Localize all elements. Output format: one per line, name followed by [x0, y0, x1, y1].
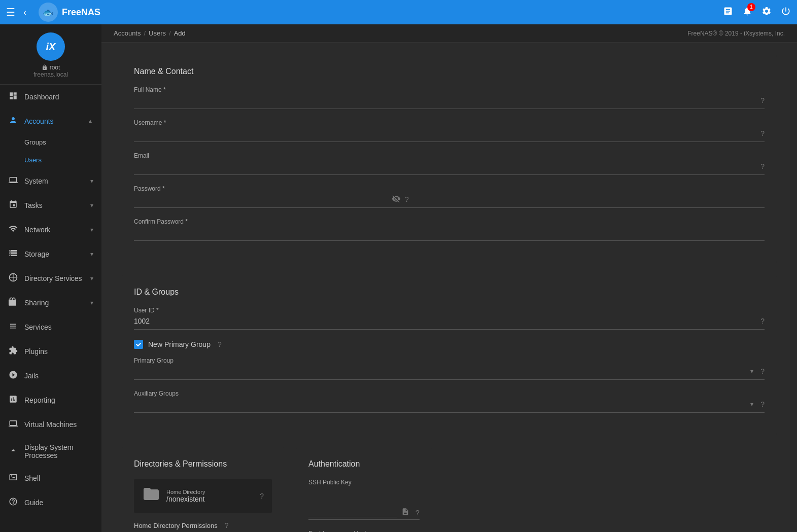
sidebar-item-reporting[interactable]: Reporting [0, 388, 101, 412]
home-directory-box: Home Directory /nonexistent ? [134, 479, 272, 513]
topbar: ☰ ‹ 🐟 FreeNAS 1 [0, 0, 797, 24]
sidebar-item-reporting-label: Reporting [24, 396, 93, 404]
password-help-icon[interactable]: ? [405, 195, 409, 203]
password-input[interactable] [134, 193, 388, 205]
notes-button[interactable] [723, 6, 733, 19]
primary-group-input[interactable] [134, 365, 750, 377]
auxiliary-groups-input[interactable] [134, 398, 750, 410]
confirm-password-field: Confirm Password * [134, 218, 765, 241]
breadcrumb-add: Add [174, 29, 186, 37]
sidebar-item-virtual-machines[interactable]: Virtual Machines [0, 412, 101, 437]
primary-group-help-icon[interactable]: ? [760, 367, 765, 375]
topbar-logo: ☰ ‹ 🐟 FreeNAS [6, 3, 100, 22]
sidebar-item-sharing-label: Sharing [24, 299, 84, 307]
id-groups-title: ID & Groups [134, 288, 765, 297]
sidebar-item-network[interactable]: Network ▾ [0, 218, 101, 242]
email-help-icon[interactable]: ? [760, 162, 765, 170]
primary-group-label: Primary Group [134, 357, 765, 364]
email-field: Email ? [134, 152, 765, 175]
sidebar-item-services-label: Services [24, 323, 93, 331]
sidebar-item-services[interactable]: Services [0, 315, 101, 339]
full-name-input[interactable] [134, 94, 756, 107]
username-input[interactable] [134, 127, 756, 139]
sidebar-item-dashboard-label: Dashboard [24, 93, 93, 101]
breadcrumb-bar: Accounts / Users / Add FreeNAS® © 2019 -… [101, 24, 797, 43]
ssh-public-key-field: SSH Public Key ? [308, 479, 420, 520]
copyright-text: FreeNAS® © 2019 - iXsystems, Inc. [687, 30, 785, 37]
home-directory-permissions-label: Home Directory Permissions [134, 522, 218, 529]
email-label: Email [134, 152, 765, 159]
id-groups-section: ID & Groups User ID * ? [122, 275, 777, 435]
power-button[interactable] [781, 6, 791, 19]
folder-icon [142, 485, 160, 507]
sidebar-item-accounts[interactable]: Accounts ▲ [0, 109, 101, 133]
primary-group-arrow-icon: ▾ [750, 368, 753, 375]
password-label: Password * [134, 185, 765, 192]
accounts-arrow-icon: ▲ [87, 118, 93, 125]
menu-icon[interactable]: ☰ [6, 6, 15, 18]
username-help-icon[interactable]: ? [760, 129, 765, 137]
sidebar-accounts-submenu: Groups Users [0, 133, 101, 169]
accounts-icon [8, 116, 18, 127]
ssh-public-key-input[interactable] [308, 487, 397, 517]
breadcrumb-users[interactable]: Users [149, 29, 166, 37]
full-name-help-icon[interactable]: ? [760, 96, 765, 104]
dashboard-icon [8, 91, 18, 102]
sidebar-item-jails[interactable]: Jails [0, 364, 101, 388]
notifications-button[interactable]: 1 [742, 6, 752, 19]
sidebar-item-directory-services-label: Directory Services [24, 274, 84, 282]
name-contact-title: Name & Contact [134, 67, 765, 76]
password-visibility-icon[interactable] [392, 194, 401, 205]
home-directory-help-icon[interactable]: ? [260, 492, 264, 500]
ssh-key-upload-icon[interactable] [401, 508, 409, 517]
lower-sections: Directories & Permissions Home Directory… [122, 447, 777, 532]
sidebar-item-accounts-label: Accounts [24, 117, 81, 125]
sidebar-item-groups[interactable]: Groups [24, 133, 101, 151]
auxiliary-groups-label: Auxiliary Groups [134, 390, 765, 397]
settings-button[interactable] [761, 6, 772, 19]
notification-badge: 1 [747, 3, 755, 11]
sidebar-item-plugins[interactable]: Plugins [0, 339, 101, 364]
email-input[interactable] [134, 160, 756, 172]
ssh-key-help-icon[interactable]: ? [415, 509, 420, 517]
authentication-section: Authentication SSH Public Key ? [296, 447, 432, 532]
sidebar-item-directory-services[interactable]: Directory Services ▾ [0, 266, 101, 291]
password-field: Password * ? [134, 185, 765, 208]
sidebar-item-system[interactable]: System ▾ [0, 169, 101, 193]
authentication-title: Authentication [308, 459, 420, 469]
sidebar-item-dashboard[interactable]: Dashboard [0, 85, 101, 109]
sidebar-item-tasks-label: Tasks [24, 201, 84, 209]
sidebar-item-shell[interactable]: Shell [0, 466, 101, 490]
enable-password-login-field: Enable password login ▾ ? [308, 530, 420, 532]
primary-group-field: Primary Group ▾ ? [134, 357, 765, 380]
network-icon [8, 224, 18, 235]
sidebar-item-sharing[interactable]: Sharing ▾ [0, 291, 101, 315]
sidebar-item-tasks[interactable]: Tasks ▾ [0, 193, 101, 218]
new-primary-group-help-icon[interactable]: ? [218, 340, 222, 348]
home-directory-label: Home Directory [166, 489, 205, 495]
back-icon[interactable]: ‹ [23, 7, 26, 18]
sidebar-item-guide[interactable]: Guide [0, 490, 101, 515]
user-id-input[interactable] [134, 315, 756, 327]
form-wrapper: Name & Contact Full Name * ? Username * [114, 55, 785, 532]
directory-services-icon [8, 273, 18, 284]
system-icon [8, 175, 18, 187]
username-label: Username * [134, 119, 765, 126]
breadcrumb-accounts[interactable]: Accounts [114, 29, 141, 37]
sidebar-item-system-label: System [24, 177, 84, 185]
confirm-password-input[interactable] [134, 226, 388, 238]
home-dir-permissions-help-icon[interactable]: ? [225, 521, 229, 529]
sidebar-item-storage[interactable]: Storage ▾ [0, 242, 101, 266]
full-name-label: Full Name * [134, 86, 765, 93]
system-arrow-icon: ▾ [90, 178, 93, 185]
new-primary-group-checkbox[interactable] [134, 340, 143, 349]
breadcrumb-sep-1: / [144, 29, 146, 37]
sidebar-item-users[interactable]: Users [24, 151, 101, 169]
breadcrumb-sep-2: / [169, 29, 171, 37]
name-contact-section: Name & Contact Full Name * ? Username * [122, 55, 777, 263]
auxiliary-groups-help-icon[interactable]: ? [760, 400, 765, 408]
user-id-help-icon[interactable]: ? [760, 317, 765, 325]
user-id-label: User ID * [134, 307, 765, 314]
sidebar-item-display-system-processes[interactable]: Display System Processes [0, 437, 101, 466]
sidebar-profile: iX root freenas.local [0, 24, 101, 85]
